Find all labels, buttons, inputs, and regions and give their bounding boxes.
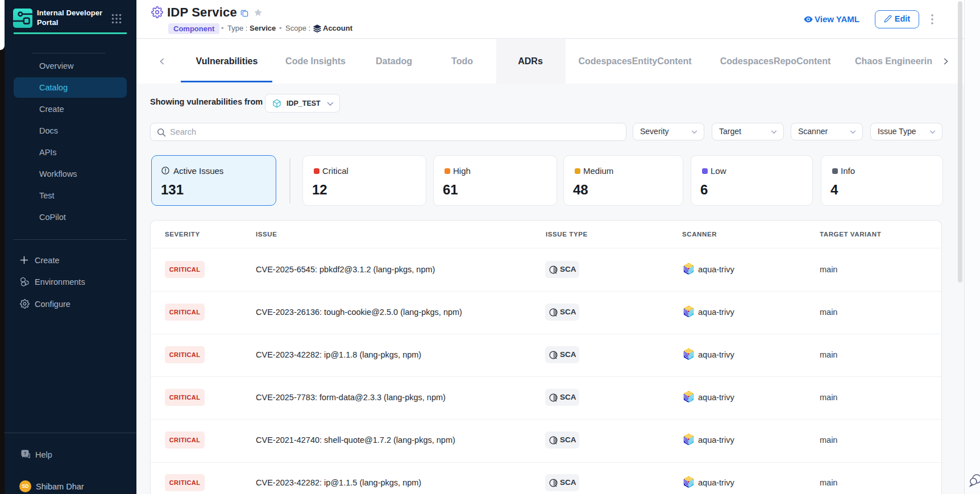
svg-text:?: ? [24, 451, 27, 456]
